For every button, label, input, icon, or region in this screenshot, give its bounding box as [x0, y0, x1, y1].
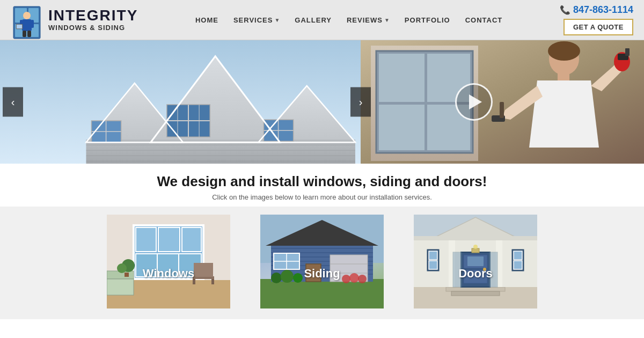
- services-chevron-icon: ▼: [274, 17, 280, 23]
- svg-point-91: [281, 270, 294, 283]
- svg-point-4: [23, 12, 31, 19]
- svg-rect-121: [514, 251, 522, 260]
- bottom-strip: [0, 308, 644, 319]
- nav-reviews[interactable]: REVIEWS ▼: [347, 16, 390, 24]
- brand-name: INTEGRITY: [48, 8, 138, 24]
- main-nav: HOME SERVICES ▼ GALLERY REVIEWS ▼ PORTFO…: [195, 16, 502, 24]
- nav-home[interactable]: HOME: [195, 16, 218, 24]
- service-card-windows[interactable]: Windows: [107, 215, 230, 308]
- svg-rect-16: [86, 139, 355, 164]
- phone-icon: 📞: [560, 5, 570, 15]
- svg-rect-8: [23, 31, 26, 37]
- slider-next-button[interactable]: ›: [350, 87, 371, 117]
- logo[interactable]: INTEGRITY WINDOWS & SIDING: [11, 4, 138, 36]
- svg-rect-11: [17, 25, 22, 28]
- nav-gallery[interactable]: GALLERY: [295, 16, 332, 24]
- service-card-label-doors: Doors: [458, 267, 493, 281]
- svg-rect-122: [514, 261, 522, 269]
- svg-rect-58: [182, 227, 201, 252]
- nav-portfolio[interactable]: PORTFOLIO: [405, 16, 450, 24]
- svg-rect-115: [472, 248, 479, 253]
- svg-rect-48: [500, 102, 504, 118]
- svg-rect-107: [414, 236, 537, 240]
- svg-rect-63: [107, 279, 134, 295]
- services-row: Windows: [0, 207, 644, 308]
- play-icon: [469, 94, 482, 109]
- play-button[interactable]: [455, 83, 493, 121]
- tagline-heading: We design and install windows, siding an…: [11, 173, 633, 190]
- hero-slider: ‹ ›: [0, 40, 644, 164]
- svg-rect-66: [125, 273, 129, 277]
- service-card-label-siding: Siding: [304, 267, 340, 281]
- svg-rect-99: [446, 287, 505, 291]
- svg-point-92: [293, 273, 303, 283]
- svg-rect-46: [558, 72, 569, 80]
- header-right: 📞 847-863-1114 GET A QUOTE: [560, 4, 633, 35]
- svg-point-45: [548, 41, 580, 61]
- logo-text: INTEGRITY WINDOWS & SIDING: [48, 8, 138, 32]
- reviews-chevron-icon: ▼: [384, 17, 390, 23]
- svg-rect-42: [379, 105, 425, 150]
- logo-icon: [11, 4, 43, 36]
- svg-point-116: [473, 245, 478, 249]
- svg-rect-51: [625, 48, 630, 56]
- svg-rect-70: [211, 279, 214, 284]
- svg-point-90: [271, 273, 282, 283]
- svg-point-93: [342, 275, 350, 283]
- brand-subtitle: WINDOWS & SIDING: [48, 24, 138, 32]
- tagline-subtext: Click on the images below to learn more …: [11, 193, 633, 201]
- svg-rect-112: [467, 256, 484, 266]
- tagline-section: We design and install windows, siding an…: [0, 164, 644, 207]
- hero-left-panel: [0, 40, 361, 164]
- svg-rect-73: [260, 279, 384, 308]
- svg-rect-5: [22, 19, 32, 31]
- hero-right-panel: [361, 40, 644, 164]
- svg-rect-57: [158, 227, 180, 252]
- svg-point-94: [349, 273, 359, 283]
- svg-rect-7: [31, 20, 34, 28]
- service-card-siding[interactable]: Siding: [260, 215, 384, 308]
- site-header: INTEGRITY WINDOWS & SIDING HOME SERVICES…: [0, 0, 644, 40]
- svg-rect-9: [27, 31, 31, 37]
- phone-display: 📞 847-863-1114: [560, 4, 633, 16]
- service-card-label-windows: Windows: [143, 267, 194, 281]
- svg-rect-119: [429, 251, 437, 260]
- svg-rect-100: [451, 291, 500, 296]
- svg-rect-120: [429, 261, 437, 269]
- get-quote-button[interactable]: GET A QUOTE: [564, 19, 633, 35]
- svg-point-95: [358, 275, 367, 283]
- svg-rect-40: [379, 54, 425, 102]
- slider-next-button-area: ›: [350, 87, 371, 117]
- nav-contact[interactable]: CONTACT: [465, 16, 503, 24]
- svg-rect-56: [136, 227, 156, 252]
- svg-rect-68: [194, 263, 213, 277]
- slider-prev-button[interactable]: ‹: [3, 87, 23, 117]
- svg-point-65: [117, 263, 127, 273]
- service-card-doors[interactable]: Doors: [414, 215, 537, 308]
- nav-services[interactable]: SERVICES ▼: [233, 16, 280, 24]
- phone-number-text: 847-863-1114: [573, 4, 633, 16]
